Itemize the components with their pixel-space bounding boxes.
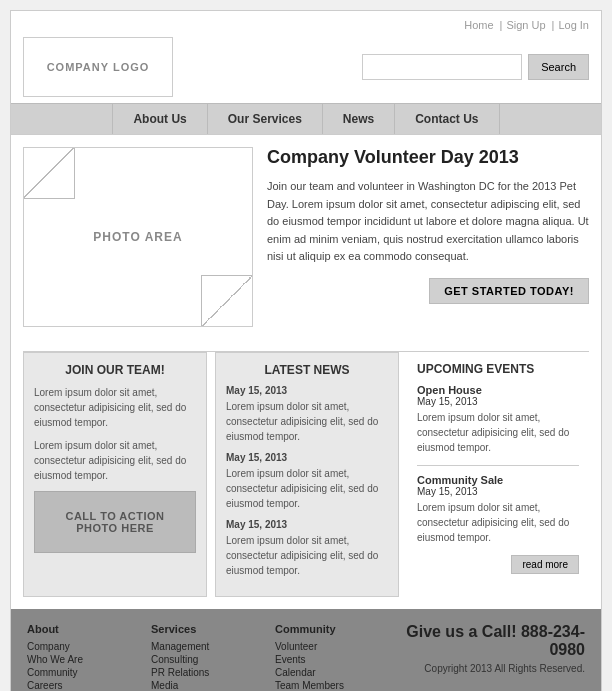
news-date-1: May 15, 2013: [226, 385, 388, 396]
top-bar: Home | Sign Up | Log In: [23, 19, 589, 31]
footer-about-company[interactable]: Company: [27, 641, 151, 652]
cta-photo-line1: CALL TO ACTION: [65, 510, 164, 522]
news-text-1: Lorem ipsum dolor sit amet, consectetur …: [226, 399, 388, 444]
event-title-2: Community Sale: [417, 474, 579, 486]
footer-cta: Give us a Call! 888-234-0980 Copyright 2…: [399, 623, 585, 674]
search-button[interactable]: Search: [528, 54, 589, 80]
hero-body: Join our team and volunteer in Washingto…: [267, 178, 589, 266]
news-date-3: May 15, 2013: [226, 519, 388, 530]
join-text-1: Lorem ipsum dolor sit amet, consectetur …: [34, 385, 196, 430]
footer-services-pr[interactable]: PR Relations: [151, 667, 275, 678]
nav-contact-us[interactable]: Contact Us: [395, 104, 499, 134]
footer: About Company Who We Are Community Caree…: [11, 609, 601, 691]
nav-about-us[interactable]: About Us: [112, 104, 207, 134]
footer-about-community[interactable]: Community: [27, 667, 151, 678]
photo-corner-br: [202, 276, 252, 326]
nav-our-services[interactable]: Our Services: [208, 104, 323, 134]
join-header: JOIN OUR TEAM!: [34, 363, 196, 377]
hero-cta-button[interactable]: GET STARTED TODAY!: [429, 278, 589, 304]
event-date-2: May 15, 2013: [417, 486, 579, 497]
footer-community-events[interactable]: Events: [275, 654, 399, 665]
event-divider: [417, 465, 579, 466]
navigation: About Us Our Services News Contact Us: [11, 103, 601, 134]
news-text-2: Lorem ipsum dolor sit amet, consectetur …: [226, 466, 388, 511]
footer-community-title: Community: [275, 623, 399, 635]
hero-section: PHOTO AREA Company Volunteer Day 2013 Jo…: [11, 134, 601, 339]
event-item-2: Community Sale May 15, 2013 Lorem ipsum …: [417, 474, 579, 545]
events-column: UPCOMING EVENTS Open House May 15, 2013 …: [407, 352, 589, 597]
footer-about-col: About Company Who We Are Community Caree…: [27, 623, 151, 691]
footer-services-col: Services Management Consulting PR Relati…: [151, 623, 275, 691]
footer-community-calendar[interactable]: Calendar: [275, 667, 399, 678]
news-date-2: May 15, 2013: [226, 452, 388, 463]
footer-about-careers[interactable]: Careers: [27, 680, 151, 691]
search-area: Search: [362, 54, 589, 80]
three-col-section: JOIN OUR TEAM! Lorem ipsum dolor sit ame…: [23, 351, 589, 597]
footer-services-mgmt[interactable]: Management: [151, 641, 275, 652]
footer-about-title: About: [27, 623, 151, 635]
news-column: LATEST NEWS May 15, 2013 Lorem ipsum dol…: [215, 352, 399, 597]
event-date-1: May 15, 2013: [417, 396, 579, 407]
join-column: JOIN OUR TEAM! Lorem ipsum dolor sit ame…: [23, 352, 207, 597]
cta-photo-line2: PHOTO HERE: [76, 522, 154, 534]
hero-title: Company Volunteer Day 2013: [267, 147, 589, 168]
home-link[interactable]: Home: [464, 19, 493, 31]
photo-label: PHOTO AREA: [93, 230, 182, 244]
read-more-button[interactable]: read more: [511, 555, 579, 574]
signup-link[interactable]: Sign Up: [506, 19, 545, 31]
footer-services-media[interactable]: Media: [151, 680, 275, 691]
news-item-1: May 15, 2013 Lorem ipsum dolor sit amet,…: [226, 385, 388, 444]
news-header: LATEST NEWS: [226, 363, 388, 377]
login-link[interactable]: Log In: [558, 19, 589, 31]
sep1: |: [500, 19, 503, 31]
footer-phone: Give us a Call! 888-234-0980: [399, 623, 585, 659]
company-logo: COMPANY LOGO: [23, 37, 173, 97]
news-text-3: Lorem ipsum dolor sit amet, consectetur …: [226, 533, 388, 578]
event-text-2: Lorem ipsum dolor sit amet, consectetur …: [417, 500, 579, 545]
cta-photo-box[interactable]: CALL TO ACTION PHOTO HERE: [34, 491, 196, 553]
footer-community-volunteer[interactable]: Volunteer: [275, 641, 399, 652]
search-input[interactable]: [362, 54, 522, 80]
sep2: |: [552, 19, 555, 31]
news-item-3: May 15, 2013 Lorem ipsum dolor sit amet,…: [226, 519, 388, 578]
nav-news[interactable]: News: [323, 104, 395, 134]
event-text-1: Lorem ipsum dolor sit amet, consectetur …: [417, 410, 579, 455]
photo-area: PHOTO AREA: [23, 147, 253, 327]
footer-services-title: Services: [151, 623, 275, 635]
news-item-2: May 15, 2013 Lorem ipsum dolor sit amet,…: [226, 452, 388, 511]
read-more-area: read more: [417, 555, 579, 574]
footer-community-col: Community Volunteer Events Calendar Team…: [275, 623, 399, 691]
event-title-1: Open House: [417, 384, 579, 396]
photo-corner-tl: [24, 148, 74, 198]
hero-text: Company Volunteer Day 2013 Join our team…: [267, 147, 589, 327]
footer-community-team[interactable]: Team Members: [275, 680, 399, 691]
header-content: COMPANY LOGO Search: [23, 37, 589, 97]
footer-about-who[interactable]: Who We Are: [27, 654, 151, 665]
footer-copyright: Copyright 2013 All Rights Reserved.: [399, 663, 585, 674]
join-text-2: Lorem ipsum dolor sit amet, consectetur …: [34, 438, 196, 483]
footer-services-consulting[interactable]: Consulting: [151, 654, 275, 665]
events-header: UPCOMING EVENTS: [417, 362, 579, 376]
event-item-1: Open House May 15, 2013 Lorem ipsum dolo…: [417, 384, 579, 455]
